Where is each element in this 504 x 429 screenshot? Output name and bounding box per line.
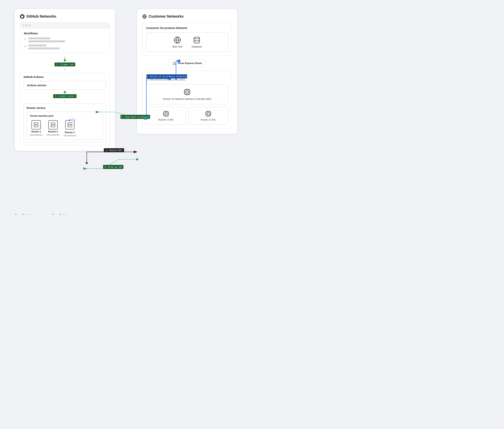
github-actions-title: GitHub Actions (24, 75, 106, 79)
runner-2-icon (48, 120, 58, 129)
web-test-item: Web Test (172, 36, 182, 48)
legend-public-label: Public network (26, 214, 43, 215)
customer-networks-title: Customer Networks (149, 14, 184, 18)
runner-2-type: Virtual Machine (47, 134, 60, 136)
on-premise-items: Web Test Database (150, 36, 224, 48)
svg-rect-39 (207, 113, 209, 115)
browser-content: Workflows ✓ ✓ (20, 28, 110, 53)
shield-icon (146, 79, 149, 81)
server-icon-3 (67, 122, 72, 127)
runners-row: Runner 1 Virtual Machine (30, 120, 100, 137)
workflow-item-1: ✓ (24, 37, 106, 42)
step1-connector: 1. Trigger job ↓ (20, 57, 110, 71)
server-icon-2 (50, 122, 56, 127)
runner-1-name: Runner 1 (31, 130, 41, 133)
nic-1-box: Runner 1's NIC (146, 107, 186, 125)
github-networks-header: GitHub Networks (20, 14, 110, 19)
database-item: Database (191, 36, 202, 48)
browser-titlebar (20, 23, 110, 28)
customer-networks-panel: Customer Networks Customer On-premise Ne… (137, 9, 237, 134)
globe-icon-webtest (174, 36, 181, 44)
warning-icon (173, 62, 176, 65)
runner-service-panel: Runner service Virtual machine pool (24, 104, 106, 142)
wf-line-1b (28, 40, 65, 42)
actions-service-title: Actions service (27, 84, 103, 87)
runner-2-name: Runner 2 (48, 130, 58, 133)
github-networks-panel: GitHub Networks Workflows ✓ (15, 9, 115, 151)
web-test-label: Web Test (172, 45, 182, 48)
step1-label: 1. Trigger job (54, 63, 75, 66)
nic-row: Runner 1's NIC Runner 2's NIC (146, 107, 228, 125)
wf-line-2b (28, 47, 60, 49)
actions-service-box: Actions service (24, 81, 106, 89)
server-icon-1 (34, 122, 39, 127)
azure-route-label: Azure Express Route (178, 62, 202, 64)
wf-line-2a (28, 45, 47, 46)
svg-point-15 (194, 37, 200, 39)
customer-azure-network: Customer Azure Network With Network Secu… (142, 71, 232, 129)
nic-main-box: Runner 3's Network Interface Controller … (146, 84, 228, 104)
svg-rect-29 (165, 113, 167, 115)
cpu-icon-1 (163, 110, 169, 117)
nic-1-label: Runner 1's NIC (158, 118, 174, 121)
runner-3-type: Virtual Machine (64, 135, 76, 137)
nic-2-label: Runner 2's NIC (201, 118, 216, 121)
svg-rect-28 (164, 111, 168, 116)
legend-private: Private network (52, 214, 81, 215)
browser-window: Workflows ✓ ✓ (20, 22, 110, 53)
svg-rect-2 (34, 125, 38, 127)
azure-network-subtitle: With Network Security Group (NSG) (146, 79, 228, 81)
nic-main-title: Runner 3's Network Interface Controller … (163, 98, 212, 100)
legend-public: Public network (15, 214, 43, 215)
dot2 (26, 25, 28, 26)
github-icon (20, 14, 25, 19)
azure-network-title: Customer Azure Network (146, 75, 228, 78)
new-badge: New (70, 119, 76, 121)
check-icon-2: ✓ (24, 45, 26, 48)
vm-pool-title: Virtual machine pool (30, 115, 100, 117)
cpu-icon-2 (205, 110, 212, 117)
runner-3-name: Runner 3 (65, 131, 75, 134)
runner-3-icon-container: New (65, 120, 75, 129)
vm-pool-box: Virtual machine pool (27, 112, 103, 140)
svg-rect-1 (34, 123, 38, 124)
svg-point-56 (136, 158, 138, 161)
runner-1-icon (32, 120, 41, 129)
database-icon (193, 36, 200, 44)
legend-private-label: Private network (63, 214, 81, 215)
workflows-title: Workflows (24, 32, 106, 35)
step2-label: 2. Create runner (53, 94, 77, 98)
svg-point-55 (86, 162, 88, 164)
database-label: Database (191, 45, 202, 48)
runner-3: New Runner 3 Virtual Machine (64, 120, 76, 137)
dot1 (23, 25, 25, 26)
runner-1-type: Virtual Machine (30, 134, 43, 136)
runner-2: Runner 2 Virtual Machine (47, 120, 60, 137)
github-networks-title: GitHub Networks (26, 14, 56, 18)
runner-service-title: Runner service (27, 107, 103, 109)
legend: Public network Private network (15, 214, 81, 215)
step2-connector: 2. Create runner ↓ (24, 91, 106, 102)
runner-1: Runner 1 Virtual Machine (30, 120, 43, 137)
svg-rect-57 (103, 165, 123, 169)
svg-rect-18 (185, 89, 190, 94)
check-icon-1: ✓ (24, 37, 26, 41)
svg-rect-38 (206, 111, 210, 116)
cpu-icon-main (183, 88, 191, 96)
workflow-item-2: ✓ (24, 45, 106, 49)
github-actions-panel: GitHub Actions Actions service 2. Create… (20, 72, 110, 145)
wf-line-1a (28, 37, 50, 39)
runner-3-icon: New (65, 120, 75, 129)
nic-2-box: Runner 2's NIC (188, 107, 228, 125)
azure-route-box: Azure Express Route (169, 60, 206, 67)
on-premise-dashed: Web Test Database (146, 32, 228, 52)
dot3 (29, 25, 31, 26)
svg-rect-19 (186, 91, 188, 93)
on-premise-panel: Customer On-premise Network Web Test (142, 22, 232, 56)
customer-networks-header: Customer Networks (142, 14, 232, 19)
svg-text:4. Pick up job: 4. Pick up job (105, 166, 122, 168)
globe-icon (142, 14, 147, 19)
on-premise-title: Customer On-premise Network (146, 26, 228, 29)
